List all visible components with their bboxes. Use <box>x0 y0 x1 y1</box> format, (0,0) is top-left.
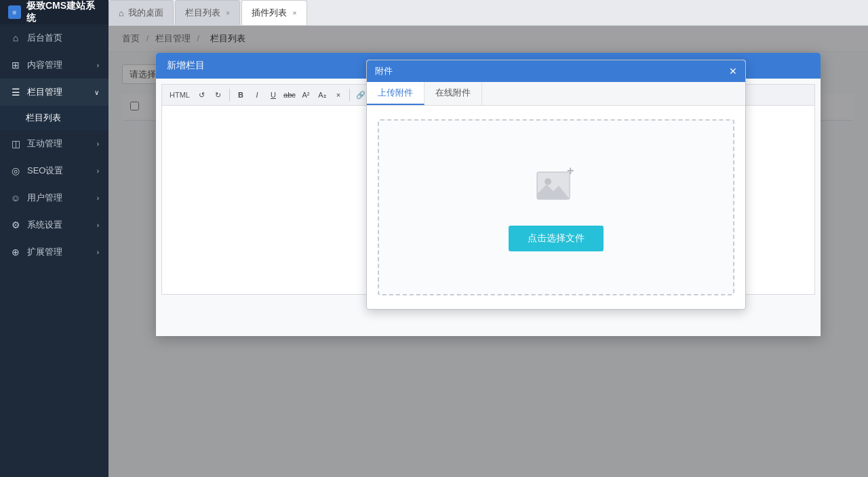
sidebar-label-content: 内容管理 <box>27 59 62 71</box>
sidebar-item-extend[interactable]: ⊕ 扩展管理 › <box>0 239 108 266</box>
editor-btn-redo[interactable]: ↻ <box>211 87 226 102</box>
upload-icon: + <box>534 164 578 215</box>
home-icon: ⌂ <box>9 33 22 43</box>
sidebar-item-interactive[interactable]: ◫ 互动管理 › <box>0 130 108 157</box>
app-title: 极致CMS建站系统 <box>26 0 100 24</box>
seo-icon: ◎ <box>9 165 22 176</box>
interactive-icon: ◫ <box>9 138 22 149</box>
system-icon: ⚙ <box>9 220 22 230</box>
choose-file-button[interactable]: 点击选择文件 <box>509 226 604 251</box>
chevron-right-icon-2: › <box>97 140 99 148</box>
attach-tab-upload[interactable]: 上传附件 <box>367 82 425 105</box>
chevron-right-icon-6: › <box>97 249 99 256</box>
tab-column-list-label: 栏目列表 <box>185 7 220 19</box>
tab-column-list-close[interactable]: × <box>226 9 230 17</box>
sidebar-item-content[interactable]: ⊞ 内容管理 › <box>0 51 108 79</box>
app-logo: ≡ 极致CMS建站系统 <box>0 0 108 24</box>
tab-desktop-label: 我的桌面 <box>128 7 163 19</box>
svg-point-2 <box>545 178 551 185</box>
main-area: ⌂ 我的桌面 栏目列表 × 插件列表 × 首页 / 栏目管理 / 栏目列表 <box>108 0 868 477</box>
chevron-right-icon: › <box>97 62 99 69</box>
editor-btn-strikethrough[interactable]: abc <box>282 87 297 102</box>
sidebar-item-user[interactable]: ☺ 用户管理 › <box>0 184 108 211</box>
editor-btn-html[interactable]: HTML <box>166 87 193 102</box>
tab-plugin-list-close[interactable]: × <box>292 9 296 17</box>
column-icon: ☰ <box>9 87 22 98</box>
sidebar-label-extend: 扩展管理 <box>27 246 62 258</box>
upload-area[interactable]: + 点击选择文件 <box>378 119 734 295</box>
sidebar-item-home[interactable]: ⌂ 后台首页 <box>0 24 108 51</box>
svg-text:+: + <box>567 164 574 178</box>
sidebar-item-system[interactable]: ⚙ 系统设置 › <box>0 211 108 239</box>
editor-sep-1 <box>229 89 230 101</box>
chevron-down-icon: ∨ <box>94 89 99 96</box>
sidebar-label-interactive: 互动管理 <box>27 138 62 150</box>
editor-btn-superscript[interactable]: A² <box>298 87 313 102</box>
attach-modal-header: 附件 ✕ <box>367 60 745 82</box>
editor-btn-underline[interactable]: U <box>266 87 281 102</box>
chevron-right-icon-5: › <box>97 222 99 229</box>
tab-desktop[interactable]: ⌂ 我的桌面 <box>108 0 174 25</box>
sidebar-item-seo[interactable]: ◎ SEO设置 › <box>0 157 108 184</box>
add-column-modal-title: 新增栏目 <box>167 60 205 70</box>
tab-plugin-list[interactable]: 插件列表 × <box>241 0 307 25</box>
home-tab-icon: ⌂ <box>119 8 124 18</box>
extend-icon: ⊕ <box>9 247 22 257</box>
attach-tabs: 上传附件 在线附件 <box>367 82 745 106</box>
content-area: 首页 / 栏目管理 / 栏目列表 请选择栏目 ▾ 新增栏目 批量新增 <box>108 26 868 477</box>
editor-btn-subscript[interactable]: A₂ <box>315 87 330 102</box>
sidebar-sublabel-column-list: 栏目列表 <box>26 112 61 124</box>
attach-modal: 附件 ✕ 上传附件 在线附件 + <box>366 60 746 310</box>
sidebar-label-seo: SEO设置 <box>27 165 63 177</box>
sidebar-item-column[interactable]: ☰ 栏目管理 ∨ <box>0 79 108 106</box>
chevron-right-icon-3: › <box>97 167 99 175</box>
attach-body: + 点击选择文件 <box>367 106 745 309</box>
editor-btn-bold[interactable]: B <box>233 87 248 102</box>
sidebar-label-column: 栏目管理 <box>27 86 62 98</box>
attach-tab-online[interactable]: 在线附件 <box>425 82 482 105</box>
tab-column-list[interactable]: 栏目列表 × <box>175 0 240 25</box>
editor-btn-remove-format[interactable]: × <box>331 87 346 102</box>
editor-btn-undo[interactable]: ↺ <box>195 87 210 102</box>
tabs-bar: ⌂ 我的桌面 栏目列表 × 插件列表 × <box>108 0 868 26</box>
tab-plugin-list-label: 插件列表 <box>252 7 287 19</box>
editor-btn-italic[interactable]: I <box>250 87 264 102</box>
user-icon: ☺ <box>9 192 22 203</box>
chevron-right-icon-4: › <box>97 194 99 202</box>
attach-modal-title: 附件 <box>375 65 393 77</box>
sidebar-label-system: 系统设置 <box>27 219 62 231</box>
attach-modal-close[interactable]: ✕ <box>729 66 737 77</box>
editor-sep-2 <box>349 89 350 101</box>
sidebar-label-user: 用户管理 <box>27 192 62 204</box>
sidebar: ≡ 极致CMS建站系统 ⌂ 后台首页 ⊞ 内容管理 › ☰ 栏目管理 ∨ 栏目列… <box>0 0 108 477</box>
logo-icon: ≡ <box>8 5 21 19</box>
content-icon: ⊞ <box>9 60 22 70</box>
sidebar-subitem-column-list[interactable]: 栏目列表 <box>0 106 108 130</box>
sidebar-label-home: 后台首页 <box>27 32 62 44</box>
